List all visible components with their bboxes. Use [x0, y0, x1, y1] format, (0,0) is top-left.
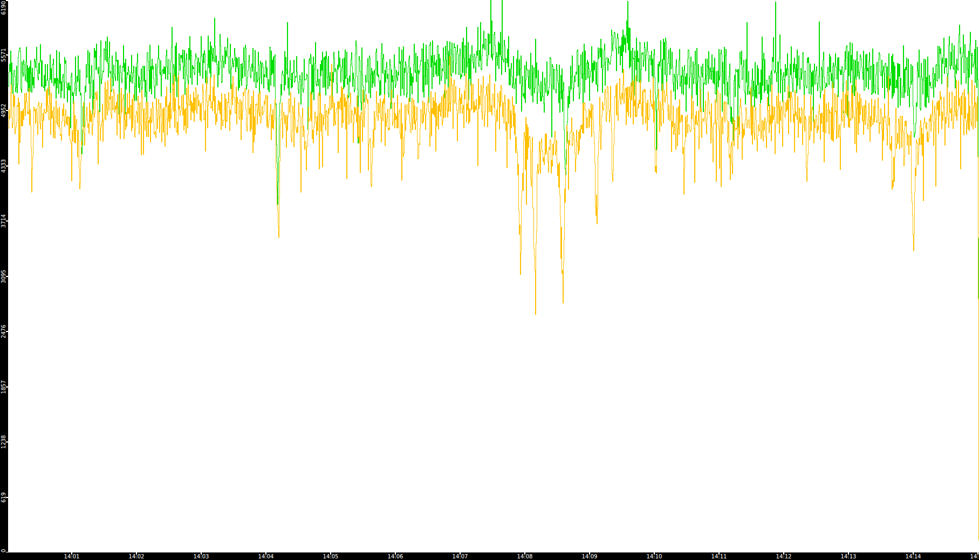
y-tick-label: 6190: [1, 1, 6, 15]
x-tick-label: 14:10: [647, 554, 662, 559]
x-tick-label: 14:09: [582, 554, 598, 559]
x-tick-label: 14:04: [258, 554, 274, 559]
x-axis: 14:0114:0214:0314:0414:0514:0614:0714:08…: [0, 552, 979, 560]
y-tick-label: 619: [1, 492, 6, 502]
x-tick-label: 14:12: [776, 554, 792, 559]
y-tick-label: 4333: [1, 159, 6, 172]
y-tick-label: 3714: [1, 214, 6, 227]
x-tick-label: 14:06: [388, 554, 403, 559]
x-tick-label: 14:02: [129, 554, 145, 559]
x-tick-label: 14:15: [970, 554, 979, 559]
y-axis: 6190557149524333371430952476185712386190: [0, 0, 8, 560]
y-tick-label: 1857: [1, 380, 6, 393]
x-tick-label: 14:07: [453, 554, 468, 559]
y-tick-label: 2476: [1, 324, 6, 338]
throughput-chart: 6190557149524333371430952476185712386190…: [0, 0, 979, 560]
x-tick-label: 14:03: [194, 554, 209, 559]
x-tick-label: 14:11: [711, 554, 727, 559]
y-tick-label: 1238: [1, 435, 6, 448]
x-tick-label: 14:13: [841, 554, 857, 559]
x-tick-label: 14:14: [906, 554, 921, 559]
y-tick-label: 5571: [1, 48, 6, 61]
y-tick-label: 3095: [1, 269, 6, 283]
x-tick-label: 14:01: [64, 554, 80, 559]
x-tick-label: 14:08: [517, 554, 533, 559]
series-plot-area: [0, 0, 979, 560]
y-tick-label: 4952: [1, 103, 6, 117]
page: { "chart_data": { "type": "line", "title…: [0, 0, 979, 560]
x-tick-label: 14:05: [323, 554, 339, 559]
